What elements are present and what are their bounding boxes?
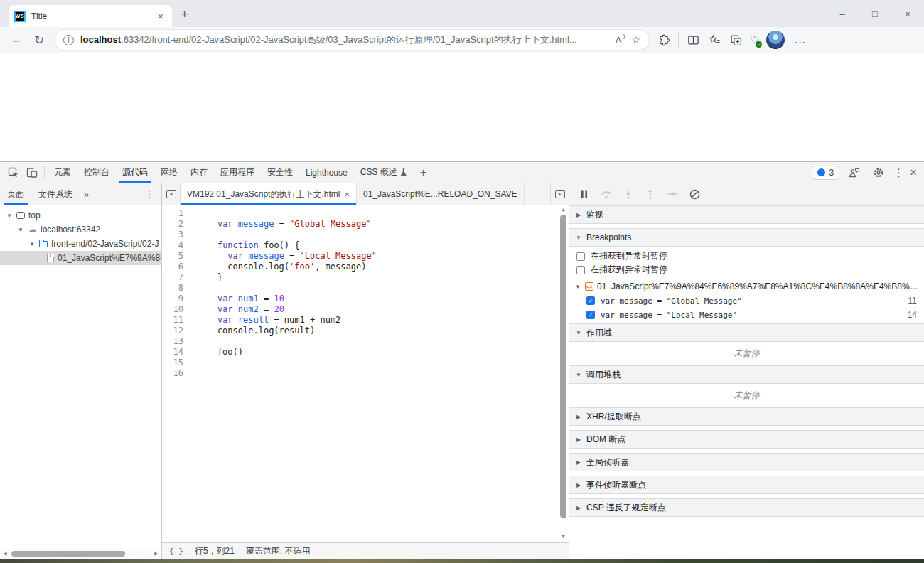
scrollbar-thumb[interactable] (11, 551, 125, 557)
line-number[interactable]: 8 (162, 283, 190, 294)
collapsed-arrow-icon[interactable]: ▶ (575, 459, 582, 466)
breakpoint-file-group[interactable]: ▼ <> 01_JavaScript%E7%9A%84%E6%89%A7%E8%… (569, 279, 924, 294)
section-call-stack[interactable]: ▼ 调用堆栈 (569, 365, 924, 384)
favorite-star-icon[interactable]: ☆ (631, 34, 640, 45)
code-text[interactable]: var message = "Global Message" function … (190, 205, 569, 542)
split-screen-icon[interactable] (686, 33, 700, 47)
code-area[interactable]: 12345678910111213141516 var message = "G… (162, 205, 569, 542)
site-info-icon[interactable]: i (63, 35, 74, 45)
maximize-button[interactable]: □ (859, 0, 891, 27)
section-watch[interactable]: ▶ 监视 (569, 205, 924, 224)
devtools-tab-8[interactable]: Lighthouse (299, 162, 354, 183)
expanded-arrow-icon[interactable]: ▼ (575, 235, 582, 241)
code-line[interactable]: function foo() { (197, 240, 569, 251)
line-number[interactable]: 1 (162, 208, 190, 219)
line-number[interactable]: 7 (162, 272, 190, 283)
collapsed-arrow-icon[interactable]: ▶ (575, 212, 582, 218)
tab-filesystem[interactable]: 文件系统 (31, 183, 80, 205)
section-breakpoints[interactable]: ▼ Breakpoints (569, 228, 924, 247)
code-line[interactable]: var num1 = 10 (197, 294, 569, 304)
tree-item-top[interactable]: ▼ top (0, 208, 161, 222)
scrollbar-thumb[interactable] (560, 215, 566, 518)
section-collapsed-1[interactable]: ▶XHR/提取断点 (569, 407, 924, 426)
devtools-tab-6[interactable]: 应用程序 (214, 162, 261, 183)
expand-arrow-icon[interactable]: ▼ (28, 241, 36, 247)
line-number[interactable]: 9 (162, 294, 190, 304)
code-line[interactable]: foo() (197, 347, 569, 358)
pretty-print-icon[interactable]: { } (169, 547, 183, 556)
close-devtools-icon[interactable]: × (910, 166, 917, 180)
devtools-tab-7[interactable]: 安全性 (261, 162, 299, 183)
tab-close-icon[interactable]: × (344, 189, 350, 200)
new-tab-button[interactable]: + (181, 6, 188, 22)
more-tabs-chevron-icon[interactable]: » (80, 189, 93, 200)
line-number[interactable]: 11 (162, 315, 190, 326)
scroll-right-icon[interactable]: ▶ (151, 551, 161, 557)
more-options-icon[interactable]: ⋮ (893, 166, 904, 179)
code-line[interactable] (197, 368, 569, 379)
code-line[interactable]: var message = "Local Message" (197, 251, 569, 262)
code-line[interactable] (197, 358, 569, 368)
code-line[interactable]: console.log('foo', message) (197, 262, 569, 272)
collections-icon[interactable] (729, 33, 743, 47)
line-number[interactable]: 14 (162, 347, 190, 358)
line-number[interactable]: 15 (162, 358, 190, 368)
line-number[interactable]: 13 (162, 336, 190, 347)
feedback-icon[interactable] (845, 163, 864, 182)
expand-arrow-icon[interactable]: ▼ (17, 227, 24, 233)
scroll-up-icon[interactable]: ▲ (559, 205, 568, 214)
favorites-icon[interactable] (707, 33, 721, 47)
line-number-gutter[interactable]: 12345678910111213141516 (162, 205, 190, 542)
section-collapsed-5[interactable]: ▶CSP 违反了规定断点 (569, 498, 924, 517)
scroll-left-icon[interactable]: ◀ (0, 551, 10, 557)
more-tools-button[interactable]: + (413, 166, 434, 179)
tree-item-folder[interactable]: ▼ front-end/02-JavaScript/02-J (0, 237, 161, 251)
editor-tab-active[interactable]: VM192 01_JavaScript的执行上下文.html × (181, 183, 357, 205)
step-out-icon[interactable] (645, 188, 656, 200)
extensions-icon[interactable] (657, 33, 671, 47)
line-number[interactable]: 10 (162, 304, 190, 315)
read-aloud-icon[interactable]: A (616, 35, 625, 45)
pause-on-caught-exceptions-row[interactable]: 在捕获到异常时暂停 (569, 263, 924, 277)
devtools-tab-9[interactable]: CSS 概述 (354, 162, 413, 183)
line-number[interactable]: 16 (162, 368, 190, 379)
checkbox-unchecked[interactable] (576, 266, 585, 274)
step-into-icon[interactable] (623, 188, 634, 200)
code-line[interactable] (197, 230, 569, 240)
devtools-tab-2[interactable]: 控制台 (77, 162, 116, 183)
devtools-tab-5[interactable]: 内存 (184, 162, 214, 183)
section-collapsed-4[interactable]: ▶事件侦听器断点 (569, 476, 924, 494)
code-line[interactable] (197, 208, 569, 219)
code-line[interactable]: console.log(result) (197, 326, 569, 336)
checkbox-checked[interactable]: ✓ (586, 311, 595, 319)
device-toolbar-icon[interactable] (23, 163, 41, 182)
inspect-element-icon[interactable] (4, 163, 23, 182)
pause-on-exceptions-row[interactable]: 在捕获到异常时暂停 (569, 250, 924, 263)
expanded-arrow-icon[interactable]: ▼ (575, 372, 582, 378)
section-collapsed-3[interactable]: ▶全局侦听器 (569, 453, 924, 471)
settings-gear-icon[interactable] (869, 163, 888, 182)
breakpoint-entry[interactable]: ✓var message = "Local Message"14 (569, 308, 924, 322)
expanded-arrow-icon[interactable]: ▼ (574, 284, 581, 290)
checkbox-unchecked[interactable] (576, 252, 585, 261)
hide-navigator-button[interactable]: ◂ (162, 183, 181, 205)
profile-avatar[interactable] (766, 31, 785, 49)
checkbox-checked[interactable]: ✓ (586, 296, 595, 305)
refresh-icon[interactable]: ↻ (31, 33, 47, 48)
browser-essentials-icon[interactable]: ♡✓ (750, 33, 759, 46)
deactivate-breakpoints-icon[interactable] (689, 188, 701, 200)
line-number[interactable]: 3 (162, 230, 190, 240)
line-number[interactable]: 12 (162, 326, 190, 336)
section-scope[interactable]: ▼ 作用域 (569, 323, 924, 342)
navigator-horizontal-scrollbar[interactable]: ◀ ▶ (0, 549, 161, 559)
code-line[interactable] (197, 283, 569, 294)
browser-tab[interactable]: WS Title × (9, 5, 172, 27)
pause-icon[interactable] (579, 188, 590, 200)
step-over-icon[interactable] (601, 188, 612, 200)
code-line[interactable]: var message = "Global Message" (197, 219, 569, 230)
step-icon[interactable] (667, 188, 678, 200)
tab-close-icon[interactable]: × (155, 11, 166, 22)
line-number[interactable]: 6 (162, 262, 190, 272)
scroll-down-icon[interactable]: ▼ (559, 532, 568, 541)
editor-vertical-scrollbar[interactable]: ▲ ▼ (559, 205, 568, 541)
